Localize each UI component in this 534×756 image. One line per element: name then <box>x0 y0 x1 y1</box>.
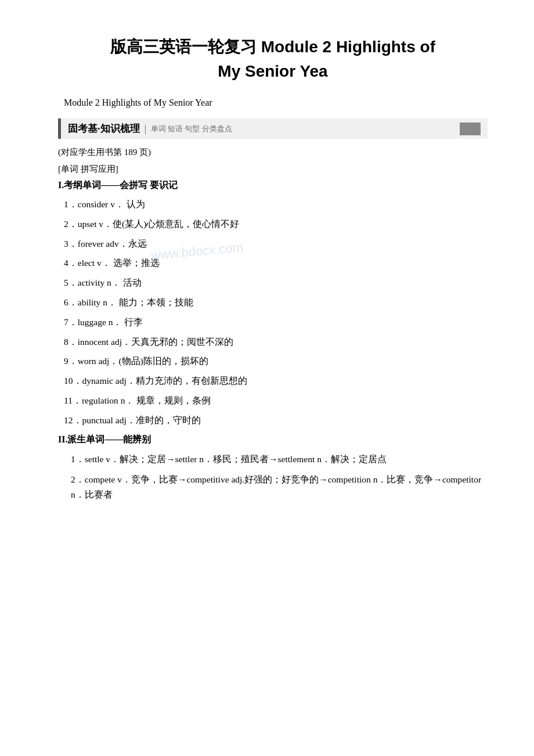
bracket-label: [单词 拼写应用] <box>58 164 488 175</box>
vocab-word: punctual adj． <box>82 415 136 425</box>
section-header-divider: | <box>145 124 146 134</box>
vocab-list: www.bdocx.com 1．consider v． 认为2．upset v．… <box>58 197 488 428</box>
vocab-word: regulation n． <box>82 395 134 405</box>
derived-num: 2． <box>71 474 85 484</box>
vocab-item: 9．worn adj．(物品)陈旧的，损坏的 <box>58 354 488 369</box>
vocab-num: 8． <box>64 335 78 350</box>
derived-content: settle v．解决；定居→settler n．移民；殖民者→settleme… <box>85 454 387 464</box>
vocab-num: 9． <box>64 354 78 369</box>
vocab-meaning: 准时的，守时的 <box>136 415 201 425</box>
vocab-meaning: 使(某人)心烦意乱，使心情不好 <box>113 219 239 229</box>
vocab-item: 5．activity n． 活动 <box>58 276 488 290</box>
vocab-num: 2． <box>64 217 78 232</box>
vocab-word: upset v． <box>78 219 113 229</box>
subtitle: Module 2 Highlights of My Senior Year <box>58 98 488 108</box>
vocab-item: 1．consider v． 认为 <box>58 197 488 212</box>
vocab-meaning: 活动 <box>121 278 142 287</box>
derived-items-container: 1．settle v．解决；定居→settler n．移民；殖民者→settle… <box>58 452 488 502</box>
derived-num: 1． <box>71 454 85 464</box>
vocab-meaning: 认为 <box>124 199 145 209</box>
vocab-num: 6． <box>64 296 78 310</box>
vocab-meaning: 精力充沛的，有创新思想的 <box>136 376 247 386</box>
vocab-num: 5． <box>64 276 78 290</box>
vocab-word: innocent adj． <box>78 337 131 347</box>
vocab-word: elect v． <box>78 258 111 268</box>
vocab-num: 11． <box>64 394 82 408</box>
vocab-word: forever adv． <box>78 239 128 249</box>
vocab-meaning: 永远 <box>128 239 147 249</box>
vocab-item: 4．elect v． 选举；推选 <box>58 256 488 271</box>
vocab-meaning: 行李 <box>122 317 143 327</box>
vocab-item: 3．forever adv．永远 <box>58 237 488 251</box>
vocab-num: 12． <box>64 413 82 428</box>
section-header-sub: 单词 短语 句型 分类盘点 <box>151 124 232 134</box>
vocab-num: 4． <box>64 256 78 271</box>
page-ref: (对应学生用书第 189 页) <box>58 147 488 158</box>
derived-item: 2．compete v．竞争，比赛→competitive adj.好强的；好竞… <box>58 472 488 502</box>
category2: II.派生单词——能辨别 <box>58 434 488 446</box>
vocab-item: 12．punctual adj．准时的，守时的 <box>58 413 488 428</box>
derived-item: 1．settle v．解决；定居→settler n．移民；殖民者→settle… <box>58 452 488 467</box>
vocab-meaning: 规章，规则，条例 <box>134 395 211 405</box>
derived-content: compete v．竞争，比赛→competitive adj.好强的；好竞争的… <box>71 474 481 499</box>
vocab-word: consider v． <box>78 199 124 209</box>
vocab-meaning: (物品)陈旧的，损坏的 <box>118 356 208 366</box>
section-header-decoration <box>460 123 481 135</box>
vocab-meaning: 选举；推选 <box>111 258 160 268</box>
vocab-item: 10．dynamic adj．精力充沛的，有创新思想的 <box>58 374 488 388</box>
vocab-item: 8．innocent adj．天真无邪的；阅世不深的 <box>58 335 488 350</box>
category1: I.考纲单词——会拼写 要识记 <box>58 179 488 192</box>
vocab-num: 3． <box>64 237 78 251</box>
section-header-main: 固考基·知识梳理 <box>68 122 140 135</box>
vocab-num: 1． <box>64 197 78 212</box>
vocab-word: luggage n． <box>78 317 122 327</box>
vocab-word: worn adj． <box>78 356 119 366</box>
vocab-word: dynamic adj． <box>82 376 136 386</box>
vocab-num: 10． <box>64 374 82 388</box>
vocab-num: 7． <box>64 315 78 330</box>
vocab-word: activity n． <box>78 278 121 287</box>
vocab-item: 2．upset v．使(某人)心烦意乱，使心情不好 <box>58 217 488 232</box>
vocab-word: ability n． <box>78 297 117 307</box>
vocab-items-container: 1．consider v． 认为2．upset v．使(某人)心烦意乱，使心情不… <box>58 197 488 428</box>
vocab-meaning: 天真无邪的；阅世不深的 <box>131 337 233 347</box>
vocab-item: 11．regulation n． 规章，规则，条例 <box>58 394 488 408</box>
vocab-item: 7．luggage n． 行李 <box>58 315 488 330</box>
vocab-item: 6．ability n． 能力；本领；技能 <box>58 296 488 310</box>
section-header: 固考基·知识梳理 | 单词 短语 句型 分类盘点 <box>58 118 488 139</box>
vocab-meaning: 能力；本领；技能 <box>117 297 193 307</box>
page-title: 版高三英语一轮复习 Module 2 Highlights of My Seni… <box>58 35 488 84</box>
